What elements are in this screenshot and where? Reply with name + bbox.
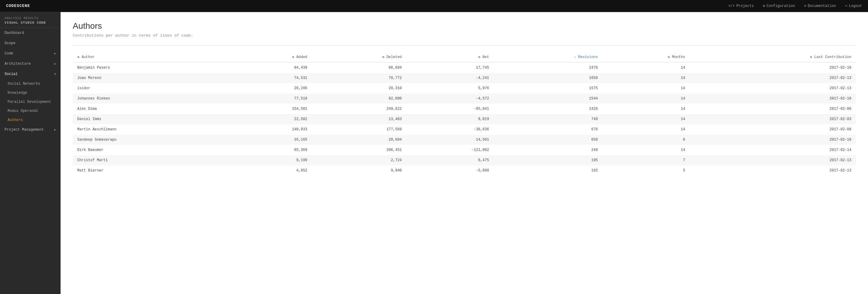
chevron-right-icon: ▶: [54, 128, 56, 132]
sidebar-header-sub: Analysis Results: [4, 16, 56, 20]
main-content: Authors Contributions per author in term…: [61, 12, 868, 294]
table-cell: 154,581: [232, 104, 312, 114]
table-cell: Daniel Imms: [73, 114, 232, 124]
table-cell: 2,724: [312, 155, 406, 166]
table-row: Johannes Rieken77,51882,090-4,5721544142…: [73, 94, 856, 104]
page-subtitle: Contributions per author in terms of lin…: [73, 33, 856, 38]
authors-table: ⇅ Author ⇅ Added ⇅ Deleted ⇅ Net: [73, 52, 856, 176]
table-cell: 4,852: [232, 166, 312, 176]
table-cell: 13,483: [312, 114, 406, 124]
table-cell: 2017-02-13: [690, 166, 856, 176]
table-cell: 1544: [494, 94, 602, 104]
table-header-row: ⇅ Author ⇅ Added ⇅ Deleted ⇅ Net: [73, 52, 856, 63]
sort-icon: ⇅: [382, 55, 384, 59]
sidebar-item-label: Code: [4, 51, 13, 56]
logout-icon: ↪: [845, 4, 847, 8]
table-body: Benjamin Pasero84,43966,69417,7452476142…: [73, 63, 856, 176]
table-cell: Joao Moreno: [73, 73, 232, 83]
table-cell: 206,451: [312, 145, 406, 155]
table-cell: 249,622: [312, 104, 406, 114]
table-row: isidor26,28620,3105,9761575142017-02-13: [73, 83, 856, 94]
table-row: Sandeep Somavarapu35,16520,60414,5616588…: [73, 135, 856, 145]
sidebar-sub-item-parallel-development[interactable]: Parallel Development: [0, 98, 61, 107]
sidebar-item-social[interactable]: Social ▼: [0, 69, 61, 79]
table-cell: Benjamin Pasero: [73, 63, 232, 73]
sidebar-sub-item-authors[interactable]: Authors: [0, 115, 61, 124]
table-cell: 85,369: [232, 145, 312, 155]
table-cell: 140,933: [232, 124, 312, 135]
col-header-added[interactable]: ⇅ Added: [232, 52, 312, 63]
sidebar-item-dashboard[interactable]: Dashboard: [0, 28, 61, 38]
sort-desc-icon: ↓: [574, 55, 576, 59]
table-cell: 22,502: [232, 114, 312, 124]
table-cell: 9,940: [312, 166, 406, 176]
table-cell: 2017-02-13: [690, 73, 856, 83]
table-cell: 35,165: [232, 135, 312, 145]
table-row: Martin Aeschlimann140,933177,569-36,6366…: [73, 124, 856, 135]
gear-icon: ⚙: [763, 4, 765, 8]
table-cell: -4,241: [406, 73, 494, 83]
table-cell: 5,976: [406, 83, 494, 94]
logout-link[interactable]: ↪ Logout: [845, 4, 862, 8]
table-cell: 192: [494, 166, 602, 176]
table-cell: 248: [494, 145, 602, 155]
table-cell: 7: [602, 155, 690, 166]
topnav: CODESCENE </> Projects ⚙ Configuration ≡…: [0, 0, 868, 12]
col-header-months[interactable]: ⇅ Months: [602, 52, 690, 63]
sidebar-sub-item-social-networks[interactable]: Social Networks: [0, 79, 61, 88]
table-cell: 5: [602, 166, 690, 176]
table-cell: Matt Bierner: [73, 166, 232, 176]
col-header-author[interactable]: ⇅ Author: [73, 52, 232, 63]
table-cell: 14: [602, 104, 690, 114]
table-cell: 14: [602, 124, 690, 135]
table-row: Christof Marti9,1992,7246,47519572017-02…: [73, 155, 856, 166]
table-cell: 14,561: [406, 135, 494, 145]
configuration-link[interactable]: ⚙ Configuration: [763, 4, 795, 8]
sidebar-item-label: Social: [4, 72, 18, 76]
table-cell: isidor: [73, 83, 232, 94]
divider: [73, 45, 856, 46]
col-header-deleted[interactable]: ⇅ Deleted: [312, 52, 406, 63]
table-cell: 14: [602, 114, 690, 124]
col-header-net[interactable]: ⇅ Net: [406, 52, 494, 63]
sidebar-item-code[interactable]: Code ▶: [0, 48, 61, 59]
table-row: Daniel Imms22,50213,4839,019749142017-02…: [73, 114, 856, 124]
sidebar-header: Analysis Results Visual Studio Code: [0, 12, 61, 28]
table-cell: Johannes Rieken: [73, 94, 232, 104]
col-header-revisions[interactable]: ↓ Revisions: [494, 52, 602, 63]
table-cell: 14: [602, 73, 690, 83]
table-cell: 17,745: [406, 63, 494, 73]
table-cell: 78,772: [312, 73, 406, 83]
table-cell: 20,310: [312, 83, 406, 94]
table-cell: 676: [494, 124, 602, 135]
chevron-right-icon: ▶: [54, 52, 56, 56]
sidebar-item-architecture[interactable]: Architecture ▶: [0, 59, 61, 69]
table-cell: 1658: [494, 73, 602, 83]
projects-link[interactable]: </> Projects: [728, 4, 754, 8]
table-cell: 2017-02-06: [690, 104, 856, 114]
documentation-link[interactable]: ≡ Documentation: [804, 4, 836, 8]
table-cell: 658: [494, 135, 602, 145]
sidebar-item-scope[interactable]: Scope: [0, 38, 61, 48]
sidebar-sub-item-knowledge[interactable]: Knowledge: [0, 88, 61, 98]
table-cell: 14: [602, 145, 690, 155]
table-cell: 2017-02-08: [690, 124, 856, 135]
table-cell: 14: [602, 94, 690, 104]
sort-icon: ⇅: [292, 55, 294, 59]
sidebar-item-project-management[interactable]: Project Management ▶: [0, 124, 61, 135]
col-header-last-contribution[interactable]: ⇅ Last Contribution: [690, 52, 856, 63]
table-cell: 195: [494, 155, 602, 166]
table-cell: 82,090: [312, 94, 406, 104]
table-cell: 1575: [494, 83, 602, 94]
table-cell: Sandeep Somavarapu: [73, 135, 232, 145]
table-cell: 2017-02-14: [690, 145, 856, 155]
table-header: ⇅ Author ⇅ Added ⇅ Deleted ⇅ Net: [73, 52, 856, 63]
sidebar-header-title: Visual Studio Code: [4, 21, 56, 25]
table-cell: 2017-02-13: [690, 155, 856, 166]
table-cell: 2017-02-10: [690, 94, 856, 104]
table-cell: 74,531: [232, 73, 312, 83]
sidebar-sub-item-modus-operandi[interactable]: Modus Operandi: [0, 107, 61, 115]
sidebar: Analysis Results Visual Studio Code Dash…: [0, 12, 61, 294]
table-cell: -4,572: [406, 94, 494, 104]
doc-icon: ≡: [804, 4, 806, 8]
